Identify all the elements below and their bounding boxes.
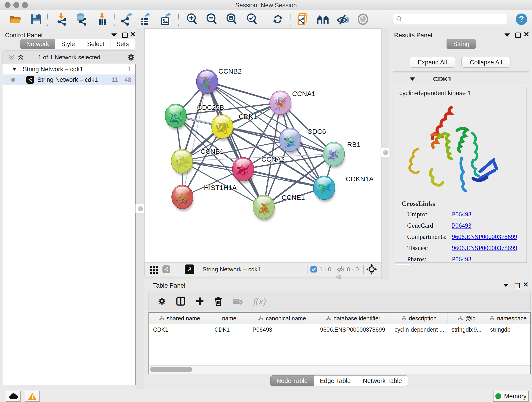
column-header-description[interactable]: description — [390, 313, 447, 324]
import-network-file-button[interactable] — [55, 12, 69, 26]
export-network-button[interactable] — [119, 12, 134, 26]
help-button[interactable]: ? — [514, 12, 529, 26]
network-edges[interactable] — [176, 82, 334, 207]
section-collapse-icon[interactable] — [410, 77, 415, 81]
collection-expand-icon[interactable] — [12, 68, 17, 70]
column-header-@id[interactable]: @id — [447, 313, 486, 324]
tab-select[interactable]: Select — [81, 39, 110, 49]
column-header-shared-name[interactable]: shared name — [149, 313, 210, 324]
zoom-fit-button[interactable] — [224, 12, 239, 26]
left-splitter-handle[interactable] — [135, 204, 145, 213]
maximize-panel-icon[interactable] — [515, 283, 520, 288]
node-RB1[interactable]: RB1 — [323, 141, 360, 168]
table-panel-title: Table Panel — [153, 282, 185, 289]
warning-button[interactable] — [25, 391, 40, 402]
table-cell[interactable]: cyclin-dependent ... — [390, 326, 447, 333]
close-panel-icon[interactable]: ✕ — [130, 32, 136, 37]
crosslink-value[interactable]: 9606.ENSP00000378699 — [452, 233, 517, 240]
float-panel-icon[interactable] — [503, 284, 509, 287]
network-graph[interactable]: CCNB2CCNA1CDC25BCDK1CDC6RB1CCNB1CCNA2CDK… — [145, 29, 381, 262]
expand-all-button[interactable]: Expand All — [410, 57, 455, 68]
new-network-from-selection-icon — [297, 12, 309, 26]
close-panel-icon[interactable]: ✕ — [523, 282, 529, 287]
tab-sets[interactable]: Sets — [110, 39, 135, 49]
collapse-all-button[interactable]: Collapse All — [462, 57, 510, 68]
node-CCNB2[interactable]: CCNB2 — [196, 67, 242, 96]
node-label-CCNE1: CCNE1 — [282, 194, 305, 201]
edge-CCNA2-CDKN1A[interactable] — [243, 169, 324, 188]
first-neighbors-button[interactable] — [316, 12, 330, 26]
table-cell[interactable]: CDK1 — [210, 326, 248, 333]
tab-node-table[interactable]: Node Table — [270, 375, 314, 386]
search-input[interactable] — [402, 16, 500, 22]
maximize-panel-icon[interactable] — [515, 32, 521, 38]
hide-selected-button[interactable] — [336, 12, 350, 26]
import-network-database-button[interactable] — [74, 12, 89, 26]
show-columns-icon[interactable] — [176, 297, 185, 306]
close-panel-icon[interactable]: ✕ — [524, 32, 529, 37]
selected-checkbox-icon[interactable] — [310, 266, 317, 273]
tab-edge-table[interactable]: Edge Table — [314, 375, 357, 386]
tab-string[interactable]: String — [447, 39, 476, 49]
table-h-scroll-thumb[interactable] — [150, 367, 192, 372]
table-cell[interactable]: 9606.ENSP00000378699 — [316, 326, 390, 333]
tab-style[interactable]: Style — [55, 39, 81, 49]
detach-view-icon[interactable] — [185, 264, 194, 274]
node-HIST1H1A[interactable]: HIST1H1A — [172, 184, 237, 211]
export-table-button[interactable] — [138, 12, 153, 26]
import-table-file-button[interactable] — [95, 12, 109, 26]
main-toolbar: ? — [0, 10, 532, 29]
export-image-button[interactable] — [158, 12, 173, 26]
open-session-button[interactable] — [8, 12, 23, 26]
gear-icon[interactable] — [127, 53, 135, 61]
crosslink-value[interactable]: 9606.ENSP00000378699 — [452, 244, 517, 252]
table-cell[interactable]: stringdb:9... — [447, 326, 486, 333]
crosslink-value[interactable]: P06493 — [452, 211, 472, 218]
float-panel-icon[interactable] — [505, 33, 510, 37]
delete-trash-icon[interactable] — [214, 297, 222, 306]
column-fork-icon — [489, 316, 495, 321]
memory-button[interactable]: Memory — [493, 391, 529, 402]
show-all-button[interactable] — [355, 12, 370, 26]
table-cell[interactable]: CDK1 — [149, 326, 210, 333]
network-row-selected[interactable]: String Network – cdk1 11 48 — [3, 75, 135, 85]
grid-view-icon[interactable] — [150, 265, 159, 274]
network-canvas[interactable]: CCNB2CCNA1CDC25BCDK1CDC6RB1CCNB1CCNA2CDK… — [144, 28, 381, 263]
network-view-icon[interactable] — [162, 265, 170, 273]
node-CCNA1[interactable]: CCNA1 — [270, 90, 316, 117]
network-table-splitter[interactable] — [144, 276, 381, 279]
cloud-button[interactable] — [6, 391, 21, 402]
table-gear-icon[interactable] — [158, 297, 166, 305]
refresh-button[interactable] — [270, 12, 285, 26]
save-session-button[interactable] — [29, 12, 44, 26]
node-CCNE1[interactable]: CCNE1 — [253, 194, 305, 221]
float-panel-icon[interactable] — [111, 33, 117, 37]
column-header-namespace[interactable]: namespace — [486, 313, 530, 324]
tab-network[interactable]: Network — [20, 39, 55, 49]
node-CDK1[interactable]: CDK1 — [211, 113, 257, 141]
zoom-selected-button[interactable] — [245, 12, 259, 26]
add-column-icon[interactable] — [196, 297, 204, 306]
edge-CCNB2-HIST1H1A[interactable] — [182, 82, 207, 197]
column-header-canonical-name[interactable]: canonical name — [248, 313, 316, 324]
column-header-database-identifier[interactable]: database identifier — [316, 313, 390, 324]
node-CDKN1A[interactable]: CDKN1A — [313, 175, 374, 202]
table-cell[interactable]: P06493 — [248, 326, 316, 333]
zoom-out-button[interactable] — [204, 12, 219, 26]
right-splitter[interactable] — [381, 28, 389, 279]
maximize-panel-icon[interactable] — [122, 32, 128, 38]
network-collection-row[interactable]: String Network – cdk1 1 — [3, 64, 135, 75]
crosslink-value[interactable]: P06493 — [452, 255, 472, 263]
table-panel: Table Panel ✕ f(x) shared — [144, 279, 532, 389]
table-cell[interactable]: stringdb — [486, 326, 530, 333]
table-h-scrollbar[interactable] — [149, 365, 530, 373]
left-splitter[interactable] — [136, 28, 145, 389]
fit-content-crosshair-icon[interactable] — [366, 264, 377, 274]
tab-network-table[interactable]: Network Table — [357, 375, 408, 386]
table-row[interactable]: CDK1CDK1P064939606.ENSP00000378699cyclin… — [149, 324, 530, 335]
cdk1-section-header[interactable]: CDK1 — [393, 72, 529, 86]
column-header-name[interactable]: name — [210, 313, 248, 324]
crosslink-value[interactable]: P06493 — [452, 222, 472, 229]
new-network-from-selection-button[interactable] — [296, 12, 310, 26]
zoom-in-button[interactable] — [185, 12, 199, 26]
